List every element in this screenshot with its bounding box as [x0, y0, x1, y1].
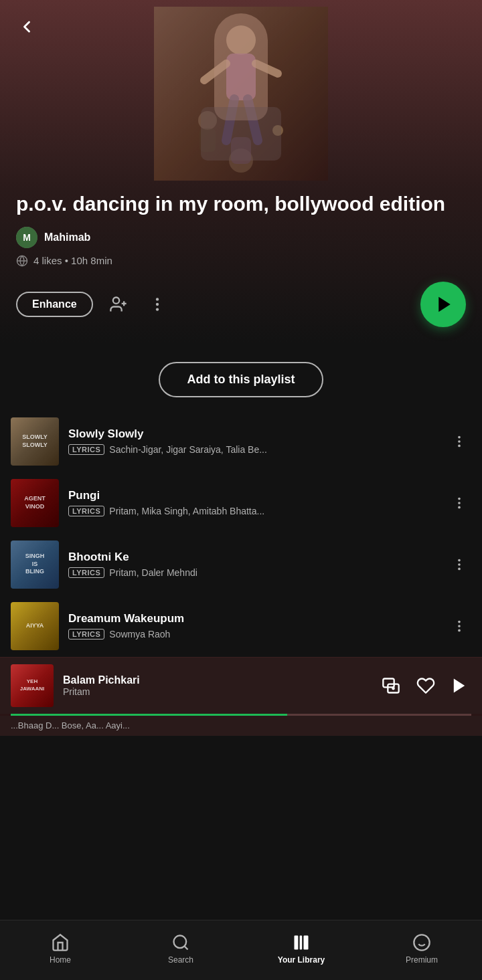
scroll-text: ...Bhaag D... Bose, Aa... Aayi... — [0, 720, 130, 730]
svg-point-20 — [156, 298, 159, 300]
search-icon — [171, 933, 190, 952]
list-item[interactable]: AGENTVINOD Pungi LYRICS Pritam, Mika Sin… — [0, 472, 482, 534]
track-list: SLOWLYSLOWLY Slowly Slowly LYRICS Sachin… — [0, 411, 482, 657]
track-name: Dreamum Wakeupum — [68, 612, 438, 625]
now-playing-artist: Pritam — [63, 686, 368, 697]
playlist-title: p.o.v. dancing in my room, bollywood edi… — [16, 193, 466, 216]
list-item[interactable]: SLOWLYSLOWLY Slowly Slowly LYRICS Sachin… — [0, 411, 482, 472]
list-item[interactable]: SINGHISBLING Bhootni Ke LYRICS Pritam, D… — [0, 534, 482, 595]
play-button[interactable] — [420, 282, 466, 327]
track-more-button[interactable] — [447, 429, 471, 454]
now-playing-bar: YEHJAWAANI Balam Pichkari Pritam — [0, 657, 482, 736]
now-playing-controls — [378, 672, 471, 699]
svg-point-21 — [156, 302, 159, 305]
bottom-navigation: Home Search Your Library Premium — [0, 920, 482, 980]
svg-point-28 — [458, 502, 461, 504]
globe-icon — [16, 255, 28, 267]
svg-line-41 — [184, 946, 187, 949]
playlist-cover — [0, 0, 482, 181]
track-meta: LYRICS Pritam, Daler Mehndi — [68, 567, 438, 578]
playlist-cover-image — [154, 7, 328, 181]
track-name: Slowly Slowly — [68, 427, 438, 441]
enhance-button[interactable]: Enhance — [16, 292, 93, 317]
svg-marker-39 — [454, 678, 465, 692]
track-name: Pungi — [68, 489, 438, 502]
nav-item-home[interactable]: Home — [0, 920, 120, 980]
svg-point-40 — [174, 936, 187, 949]
now-playing-info: Balam Pichkari Pritam — [63, 674, 368, 697]
track-artists: Pritam, Mika Singh, Amitabh Bhatta... — [109, 506, 264, 516]
svg-point-32 — [458, 567, 461, 570]
nav-item-search[interactable]: Search — [120, 920, 241, 980]
track-more-button[interactable] — [447, 614, 471, 638]
mini-play-button[interactable] — [447, 674, 471, 698]
svg-line-7 — [248, 99, 258, 140]
track-meta: LYRICS Sowmya Raoh — [68, 629, 438, 640]
svg-marker-23 — [438, 296, 451, 312]
author-row: M Mahimab — [16, 227, 466, 248]
now-playing-art: YEHJAWAANI — [11, 664, 54, 707]
svg-point-26 — [458, 444, 461, 447]
svg-rect-9 — [231, 137, 251, 164]
svg-point-12 — [272, 125, 283, 136]
svg-point-29 — [458, 506, 461, 508]
svg-point-2 — [226, 25, 256, 55]
hero-section: p.o.v. dancing in my room, bollywood edi… — [0, 0, 482, 343]
lyrics-badge: LYRICS — [68, 629, 104, 640]
home-icon — [51, 933, 70, 952]
svg-point-45 — [414, 935, 429, 950]
more-options-button[interactable] — [144, 291, 171, 318]
svg-point-24 — [458, 435, 461, 438]
back-button[interactable] — [12, 12, 42, 41]
actions-row: Enhance — [16, 282, 466, 327]
track-artists: Sowmya Raoh — [109, 629, 170, 640]
premium-icon — [412, 933, 431, 952]
add-collaborator-button[interactable] — [105, 291, 132, 318]
svg-point-10 — [198, 111, 217, 130]
list-item[interactable]: AIYYA Dreamum Wakeupum LYRICS Sowmya Rao… — [0, 595, 482, 657]
track-art: SLOWLYSLOWLY — [11, 417, 59, 466]
lyrics-badge: LYRICS — [68, 444, 104, 455]
svg-rect-44 — [304, 936, 309, 950]
track-more-button[interactable] — [447, 553, 471, 577]
track-more-button[interactable] — [447, 491, 471, 515]
svg-point-22 — [156, 308, 159, 310]
svg-rect-43 — [300, 936, 303, 950]
device-button[interactable] — [378, 672, 404, 699]
svg-point-30 — [458, 559, 461, 561]
lyrics-badge: LYRICS — [68, 567, 104, 578]
add-to-playlist-section: Add to this playlist — [0, 343, 482, 411]
track-info: Dreamum Wakeupum LYRICS Sowmya Raoh — [68, 612, 438, 640]
author-name: Mahimab — [44, 231, 90, 243]
add-to-playlist-button[interactable]: Add to this playlist — [159, 362, 323, 397]
track-meta: LYRICS Sachin-Jigar, Jigar Saraiya, Tali… — [68, 444, 438, 455]
track-info: Slowly Slowly LYRICS Sachin-Jigar, Jigar… — [68, 427, 438, 455]
active-track-row[interactable]: YEHJAWAANI Balam Pichkari Pritam — [0, 658, 482, 714]
svg-point-25 — [458, 440, 461, 443]
meta-row: 4 likes • 10h 8min — [16, 255, 466, 267]
svg-line-6 — [226, 99, 234, 140]
nav-label-premium: Premium — [406, 955, 438, 965]
track-name: Bhootni Ke — [68, 551, 438, 564]
track-info: Pungi LYRICS Pritam, Mika Singh, Amitabh… — [68, 489, 438, 516]
svg-rect-1 — [154, 7, 328, 181]
track-art: SINGHISBLING — [11, 541, 59, 589]
svg-point-33 — [458, 620, 461, 623]
track-artists: Sachin-Jigar, Jigar Saraiya, Talia Be... — [109, 444, 267, 455]
svg-point-35 — [458, 629, 461, 631]
track-meta: LYRICS Pritam, Mika Singh, Amitabh Bhatt… — [68, 506, 438, 516]
svg-point-38 — [392, 687, 394, 688]
svg-rect-42 — [295, 936, 299, 950]
svg-point-34 — [458, 625, 461, 627]
library-icon — [292, 933, 311, 952]
nav-item-library[interactable]: Your Library — [241, 920, 362, 980]
svg-point-27 — [458, 497, 461, 500]
svg-text:M: M — [23, 232, 31, 243]
nav-item-premium[interactable]: Premium — [362, 920, 482, 980]
like-button[interactable] — [414, 674, 438, 698]
nav-label-home: Home — [50, 955, 71, 965]
svg-rect-11 — [199, 128, 216, 152]
nav-label-search: Search — [168, 955, 193, 965]
avatar: M — [16, 227, 37, 248]
svg-point-17 — [113, 297, 119, 303]
